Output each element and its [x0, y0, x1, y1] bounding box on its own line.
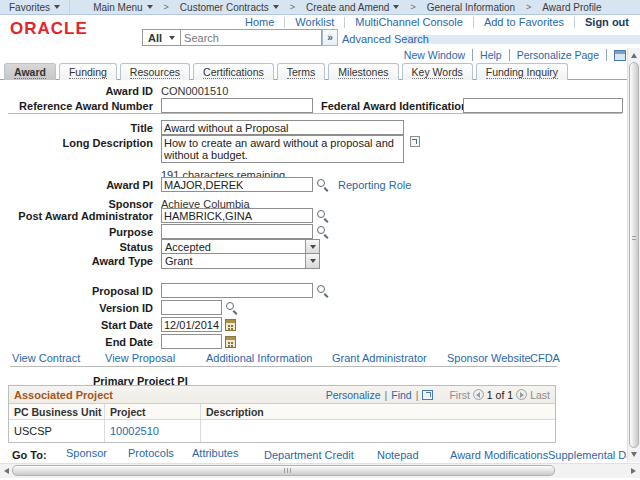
start-date-label: Start Date [0, 319, 153, 331]
project-link[interactable]: 10002510 [110, 425, 159, 437]
lookup-icon[interactable] [316, 209, 329, 222]
horizontal-scrollbar-thumb[interactable] [12, 465, 555, 476]
post-award-administrator-field[interactable] [161, 208, 313, 223]
goto-attributes-link[interactable]: Attributes [192, 447, 238, 459]
calendar-icon[interactable] [225, 319, 236, 331]
award-type-value: Grant [165, 255, 193, 267]
proposal-id-field[interactable] [161, 283, 313, 298]
breadcrumb-main-menu[interactable]: Main Menu [84, 0, 161, 14]
expand-icon[interactable] [410, 136, 420, 147]
breadcrumb-award-profile[interactable]: Award Profile [533, 0, 610, 14]
vertical-scrollbar-thumb[interactable] [629, 62, 639, 448]
search-scope-select[interactable]: All [142, 29, 181, 46]
reference-award-number-label: Reference Award Number [0, 100, 153, 112]
additional-information-link[interactable]: Additional Information [206, 352, 312, 364]
goto-sponsor-link[interactable]: Sponsor [66, 447, 107, 459]
cfda-link[interactable]: CFDA [530, 352, 560, 364]
associated-project-grid: Associated Project Personalize | Find | … [8, 385, 556, 443]
advanced-search-link[interactable]: Advanced Search [342, 33, 429, 45]
breadcrumb-general-information[interactable]: General Information [418, 0, 524, 14]
goto-department-credit-link[interactable]: Department Credit [264, 449, 354, 461]
goto-protocols-link[interactable]: Protocols [128, 447, 174, 459]
new-window-link[interactable]: New Window [397, 49, 473, 61]
award-id-value: CON0001510 [161, 85, 228, 97]
goto-award-modifications-link[interactable]: Award Modifications [450, 449, 548, 461]
calendar-icon[interactable] [225, 336, 236, 348]
award-profile-page: Favorites Main Menu > Customer Contracts… [0, 0, 640, 480]
view-proposal-link[interactable]: View Proposal [105, 352, 175, 364]
search-go-button[interactable]: » [322, 29, 338, 46]
column-project: Project [105, 404, 201, 419]
next-page-icon[interactable] [516, 389, 527, 400]
last-page-label: Last [530, 389, 550, 401]
lookup-icon[interactable] [225, 301, 238, 314]
left-arrow-icon [476, 392, 480, 398]
reference-award-number-field[interactable] [161, 98, 313, 113]
horizontal-scrollbar[interactable] [0, 463, 640, 478]
personalize-page-link[interactable]: Personalize Page [510, 49, 607, 61]
federal-award-id-field[interactable] [463, 98, 623, 113]
scroll-right-icon[interactable] [631, 468, 636, 474]
tab-milestones[interactable]: Milestones [328, 63, 398, 80]
scroll-down-icon[interactable] [631, 452, 637, 457]
multichannel-console-link[interactable]: MultiChannel Console [345, 16, 473, 28]
scroll-left-icon[interactable] [4, 468, 9, 474]
tab-label: Funding Inquiry [486, 66, 558, 79]
grid-header: Associated Project Personalize | Find | … [9, 386, 555, 404]
end-date-field[interactable] [161, 334, 222, 349]
section-divider [8, 113, 622, 114]
page-url-icon[interactable] [614, 50, 626, 61]
breadcrumb-customer-contracts[interactable]: Customer Contracts [171, 0, 288, 14]
tab-award[interactable]: Award [4, 63, 56, 80]
zoom-grid-icon[interactable] [422, 390, 433, 400]
award-type-select[interactable]: Grant [161, 253, 320, 269]
version-id-field[interactable] [161, 300, 222, 315]
title-row: Title [0, 119, 404, 136]
vertical-scrollbar[interactable] [627, 48, 640, 462]
breadcrumb-favorites[interactable]: Favorites [0, 0, 70, 14]
tab-label: Funding [69, 66, 107, 79]
title-field[interactable] [161, 120, 404, 135]
scroll-up-icon[interactable] [631, 53, 637, 58]
purpose-field[interactable] [161, 224, 313, 239]
sign-out-link[interactable]: Sign out [575, 16, 631, 28]
dropdown-arrow-icon [310, 245, 316, 249]
grant-administrator-link[interactable]: Grant Administrator [332, 352, 427, 364]
tab-resources[interactable]: Resources [120, 63, 190, 80]
reporting-role-link[interactable]: Reporting Role [338, 179, 411, 191]
tab-key-words[interactable]: Key Words [402, 63, 473, 80]
sponsor-website-link[interactable]: Sponsor Website [447, 352, 531, 364]
breadcrumb-create-and-amend[interactable]: Create and Amend [297, 0, 408, 14]
tab-certifications[interactable]: Certifications [193, 63, 274, 80]
tab-label: Certifications [203, 66, 264, 79]
prev-page-icon[interactable] [473, 389, 484, 400]
breadcrumb-label: Create and Amend [306, 2, 389, 13]
find-link[interactable]: Find [391, 389, 411, 401]
add-to-favorites-link[interactable]: Add to Favorites [474, 16, 574, 28]
lookup-icon[interactable] [316, 225, 329, 238]
end-date-row: End Date [0, 333, 236, 350]
worklist-link[interactable]: Worklist [285, 16, 344, 28]
tab-terms[interactable]: Terms [277, 63, 326, 80]
breadcrumb-separator: > [162, 2, 171, 12]
lookup-icon[interactable] [316, 178, 329, 191]
personalize-link[interactable]: Personalize [326, 389, 381, 401]
toolbar-separator: | [412, 389, 423, 401]
award-type-label: Award Type [0, 255, 153, 267]
tab-funding[interactable]: Funding [59, 63, 117, 80]
start-date-field[interactable] [161, 317, 222, 332]
breadcrumb-label: Favorites [9, 2, 50, 13]
dropdown-arrow-icon [54, 5, 60, 9]
view-contract-link[interactable]: View Contract [12, 352, 80, 364]
long-description-row: Long Description [0, 135, 161, 165]
tab-funding-inquiry[interactable]: Funding Inquiry [476, 63, 568, 80]
home-link[interactable]: Home [235, 16, 284, 28]
lookup-icon[interactable] [316, 284, 329, 297]
goto-notepad-link[interactable]: Notepad [377, 449, 419, 461]
search-input[interactable] [181, 29, 322, 46]
select-button[interactable] [305, 254, 319, 268]
award-pi-field[interactable] [161, 177, 313, 192]
help-link[interactable]: Help [473, 49, 510, 61]
long-description-field[interactable] [161, 135, 404, 163]
grid-toolbar: Personalize | Find | First 1 of 1 Last [326, 389, 550, 401]
